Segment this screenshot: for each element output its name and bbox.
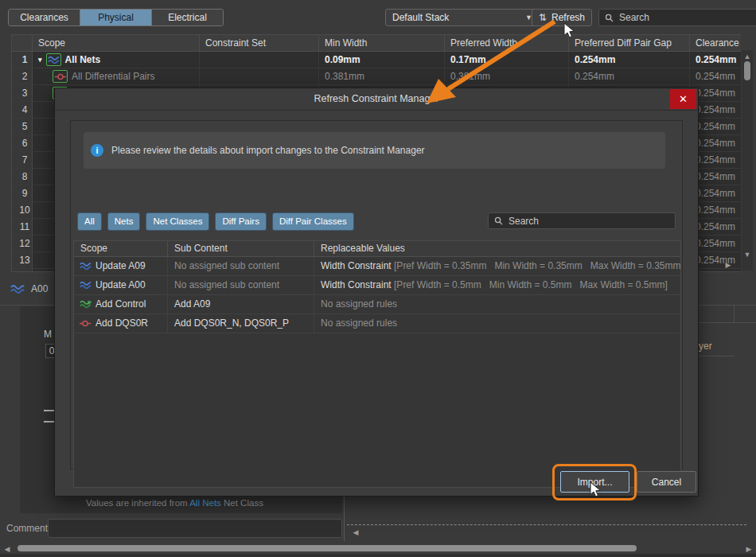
constraint-name: Width Constraint [321, 279, 392, 290]
replaceable-values-cell[interactable]: No assigned rules [314, 295, 680, 314]
sub-content-cell[interactable]: No assigned sub content [168, 257, 314, 275]
row-number[interactable]: 3 [12, 85, 33, 101]
row-number[interactable]: 13 [12, 252, 33, 268]
dialog-search-input[interactable]: Search [488, 212, 676, 229]
constraint-name: Width Constraint [321, 260, 392, 271]
row-number[interactable]: 14 [12, 269, 33, 272]
row-number[interactable]: 4 [12, 102, 33, 118]
change-scope-label: Update A00 [95, 276, 146, 294]
clearance-cell[interactable]: 0.254mm [690, 52, 741, 68]
scroll-up-icon[interactable]: ▲ [742, 53, 753, 60]
clearance-cell[interactable]: 0.254mm [690, 68, 741, 84]
min-width-cell[interactable]: 0.09mm [319, 52, 445, 68]
scroll-down-icon[interactable]: ▼ [742, 251, 753, 259]
constraint-detail: No assigned rules [321, 298, 397, 310]
constraint-set-cell[interactable] [200, 68, 319, 84]
row-number[interactable]: 11 [12, 219, 33, 235]
scrollbar-thumb[interactable] [744, 61, 750, 80]
row-number[interactable]: 8 [12, 169, 33, 185]
all-nets-link[interactable]: All Nets [189, 498, 221, 508]
col-preferred-diff-pair-gap[interactable]: Preferred Diff Pair Gap [569, 35, 690, 51]
change-scope-cell[interactable]: Add DQS0R [74, 314, 168, 333]
col-constraint-set[interactable]: Constraint Set [200, 35, 319, 51]
change-scope-cell[interactable]: Update A00 [74, 276, 168, 294]
net-waves-icon [79, 280, 92, 290]
tab-clearances[interactable]: Clearances [9, 10, 80, 25]
col-scope[interactable]: Scope [33, 35, 200, 51]
replaceable-values-cell[interactable]: No assigned rules [314, 314, 680, 333]
stack-select-value: Default Stack [392, 12, 449, 23]
change-row[interactable]: Add DQS0RAdd DQS0R_N, DQS0R_PNo assigned… [74, 314, 680, 333]
scroll-left-icon[interactable]: ◀ [350, 528, 361, 536]
main-search-input[interactable]: Search [598, 9, 756, 26]
filter-button-diff-pairs[interactable]: Diff Pairs [215, 212, 266, 231]
expand-icon[interactable]: ▾ [38, 52, 42, 68]
filter-button-nets[interactable]: Nets [107, 212, 141, 231]
col-sub-content[interactable]: Sub Content [168, 241, 314, 256]
tab-electrical[interactable]: Electrical [152, 10, 223, 25]
search-icon [605, 14, 614, 22]
row-number[interactable]: 5 [12, 119, 33, 134]
scope-icon-frame [46, 53, 61, 66]
constraint-set-cell[interactable] [200, 52, 319, 68]
preferred-width-cell[interactable]: 0.381mm [445, 68, 569, 84]
change-scope-cell[interactable]: Update A09 [74, 257, 168, 275]
scroll-right-icon[interactable]: ▶ [743, 545, 754, 553]
refresh-button[interactable]: ⇅ Refresh [532, 9, 592, 26]
changes-table-header: Scope Sub Content Replaceable Values [74, 241, 680, 257]
table-row[interactable]: 1▾All Nets0.09mm0.17mm0.254mm0.254mm [12, 52, 741, 68]
window-bottom-edge [0, 554, 756, 557]
bottom-horizontal-scrollbar[interactable]: ◀ ▶ [0, 542, 756, 555]
col-min-width[interactable]: Min Width [319, 35, 445, 51]
net-tab-a00[interactable]: A00 [10, 283, 48, 294]
sub-content-cell[interactable]: No assigned sub content [168, 276, 314, 294]
min-width-cell[interactable]: 0.381mm [319, 68, 445, 84]
row-number[interactable]: 9 [12, 185, 33, 201]
clipped-layer-text: yer [699, 341, 712, 352]
table-row[interactable]: 2All Differential Pairs0.381mm0.381mm0.2… [12, 68, 741, 85]
change-scope-label: Add Control [95, 295, 146, 314]
constraint-detail: [Pref Width = 0.5mm Min Width = 0.5mm Ma… [392, 279, 668, 290]
filter-button-net-classes[interactable]: Net Classes [146, 212, 209, 231]
preferred-diff-pair-gap-cell[interactable]: 0.254mm [569, 52, 690, 68]
scrollbar-thumb[interactable] [18, 545, 637, 551]
row-number[interactable]: 6 [12, 135, 33, 151]
change-row[interactable]: Update A09No assigned sub contentWidth C… [74, 257, 680, 276]
replaceable-values-cell[interactable]: Width Constraint [Pref Width = 0.5mm Min… [314, 276, 680, 294]
preferred-diff-pair-gap-cell[interactable]: 0.254mm [569, 68, 690, 84]
table-vertical-scrollbar[interactable]: ▲ ▼ [742, 50, 753, 271]
row-number[interactable]: 2 [12, 68, 33, 84]
col-replaceable-values[interactable]: Replaceable Values [314, 241, 680, 256]
scroll-right-icon[interactable]: ▶ [723, 261, 734, 269]
row-number[interactable]: 7 [12, 152, 33, 168]
stack-select[interactable]: Default Stack ▼ [385, 9, 540, 26]
scope-cell[interactable]: ▾All Nets [33, 52, 200, 68]
row-number[interactable]: 1 [12, 52, 33, 68]
sub-content-cell[interactable]: Add A09 [168, 295, 314, 314]
divider [695, 356, 735, 356]
scope-cell[interactable]: All Differential Pairs [33, 68, 200, 84]
scope-icon-frame [53, 70, 68, 83]
change-scope-cell[interactable]: Add Control [74, 295, 168, 314]
dash-mark [44, 410, 54, 411]
filter-button-group: AllNetsNet ClassesDiff PairsDiff Pair Cl… [77, 212, 360, 231]
divider [347, 524, 746, 525]
change-row[interactable]: Update A00No assigned sub contentWidth C… [74, 276, 680, 295]
col-preferred-width[interactable]: Preferred Width [445, 35, 569, 51]
filter-button-diff-pair-classes[interactable]: Diff Pair Classes [272, 212, 354, 231]
dialog-title: Refresh Constraint Manager [55, 88, 698, 111]
row-number[interactable]: 12 [12, 236, 33, 251]
change-row[interactable]: Add ControlAdd A09No assigned rules [74, 295, 680, 314]
comment-input[interactable] [48, 519, 342, 538]
dialog-close-button[interactable]: ✕ [670, 89, 696, 109]
scroll-left-icon[interactable]: ◀ [2, 545, 13, 553]
cancel-button[interactable]: Cancel [637, 471, 696, 493]
row-number[interactable]: 10 [12, 202, 33, 218]
sub-content-cell[interactable]: Add DQS0R_N, DQS0R_P [168, 314, 314, 333]
col-scope[interactable]: Scope [74, 241, 168, 256]
tab-physical[interactable]: Physical [80, 10, 152, 25]
replaceable-values-cell[interactable]: Width Constraint [Pref Width = 0.35mm Mi… [314, 257, 680, 275]
preferred-width-cell[interactable]: 0.17mm [445, 52, 569, 68]
filter-button-all[interactable]: All [77, 212, 102, 231]
col-clearance[interactable]: Clearance [690, 35, 741, 51]
